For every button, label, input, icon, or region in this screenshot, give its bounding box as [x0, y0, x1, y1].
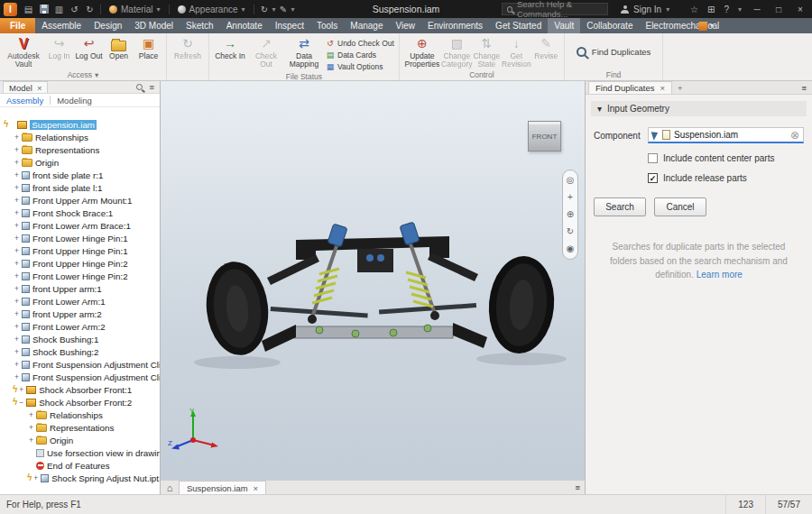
tree-item[interactable]: + front Upper arm:1	[0, 282, 160, 295]
tree-item[interactable]: + Front Lower Arm:2	[0, 320, 160, 333]
tree-expander[interactable]: +	[13, 221, 21, 230]
tree-item[interactable]: + Representations	[0, 143, 160, 156]
tree-item[interactable]: + Front Shock Brace:1	[0, 207, 160, 219]
panel-menu-icon[interactable]: ≡	[801, 83, 809, 93]
component-field[interactable]: Suspension.iam ⊗	[648, 127, 804, 143]
tree-expander[interactable]: +	[13, 158, 21, 167]
tree-expander[interactable]: +	[17, 385, 25, 394]
document-tab-close-icon[interactable]: ×	[254, 483, 259, 493]
tree-expander[interactable]: +	[13, 297, 21, 306]
tree-item[interactable]: + Shock Bushing:2	[0, 345, 160, 358]
search-button[interactable]: Search	[594, 197, 646, 216]
ribbon-tab[interactable]: 3D Model	[128, 18, 180, 33]
undo-icon[interactable]: ↺	[67, 2, 82, 16]
material-dropdown[interactable]: Material ▾	[104, 3, 166, 16]
tree-expander[interactable]: +	[27, 436, 35, 445]
tree-expander[interactable]: +	[13, 234, 21, 243]
tree-item[interactable]: ϟ + Shock Absorber Front:1	[0, 383, 160, 396]
include-content-center-checkbox[interactable]	[648, 153, 658, 163]
check-in-button[interactable]: → Check In	[212, 34, 248, 72]
tree-item[interactable]: + Front Upper Hinge Pin:1	[0, 244, 160, 257]
tree-expander[interactable]: +	[13, 259, 21, 268]
tree-item[interactable]: ϟ Suspension.iam	[0, 118, 160, 131]
app-store-icon[interactable]: ⊞	[707, 5, 715, 14]
ribbon-tab[interactable]: Manage	[344, 18, 389, 33]
sign-in-button[interactable]: Sign In ▾	[621, 0, 669, 18]
inventor-app-icon[interactable]: I	[4, 3, 17, 16]
find-duplicates-tab-close-icon[interactable]: ×	[660, 83, 665, 93]
tree-expander[interactable]: +	[13, 335, 21, 344]
navigation-wheel-icon[interactable]: ◎	[567, 176, 575, 185]
home-icon[interactable]: ⌂	[161, 482, 179, 493]
tree-item[interactable]: ϟ − Shock Absorber Front:2	[0, 396, 160, 408]
ribbon-tab[interactable]: File	[0, 18, 35, 33]
tree-item[interactable]: Use forsection view in drawing	[0, 446, 160, 459]
cancel-button[interactable]: Cancel	[654, 197, 706, 216]
view-cube[interactable]: FRONT	[528, 121, 561, 151]
tree-item[interactable]: + Relationships	[0, 131, 160, 143]
ribbon-tab[interactable]: Environments	[421, 18, 489, 33]
appearance-dropdown[interactable]: Appearance ▾	[172, 3, 251, 16]
document-bar-menu-icon[interactable]: ≡	[575, 482, 580, 492]
tree-expander[interactable]: +	[13, 322, 21, 331]
ribbon-tab[interactable]: Assemble	[35, 18, 88, 33]
redo-icon[interactable]: ↻	[82, 2, 97, 16]
tree-item[interactable]: + Front Suspension Adjustment Clip:2	[0, 371, 160, 383]
tree-item[interactable]: + Front Upper Hinge Pin:2	[0, 257, 160, 270]
include-release-row[interactable]: ✓ Include release parts	[648, 173, 804, 183]
tree-item[interactable]: + Front Suspension Adjustment Clip:1	[0, 358, 160, 371]
tree-item[interactable]: + Front Lower Arm Brace:1	[0, 219, 160, 232]
save-icon[interactable]	[36, 2, 51, 16]
mode-assembly[interactable]: Assembly	[6, 96, 43, 106]
tree-expander[interactable]: −	[17, 398, 25, 407]
log-out-button[interactable]: ↩ Log Out	[74, 34, 104, 69]
tree-expander[interactable]: +	[13, 372, 21, 381]
tree-expander[interactable]: +	[13, 145, 21, 154]
tree-expander[interactable]: +	[13, 360, 21, 369]
mode-modeling[interactable]: Modeling	[57, 96, 92, 106]
vault-options-button[interactable]: ▦ Vault Options	[324, 61, 396, 72]
tree-item[interactable]: + front side plate r:1	[0, 169, 160, 181]
tree-item[interactable]: + Front Lower Hinge Pin:2	[0, 270, 160, 282]
ribbon-tab[interactable]: Tools	[310, 18, 344, 33]
browser-menu-icon[interactable]: ≡	[149, 82, 154, 92]
close-button[interactable]: ×	[794, 5, 807, 14]
tree-expander[interactable]: +	[27, 423, 35, 432]
tree-item[interactable]: End of Features	[0, 459, 160, 472]
include-release-checkbox[interactable]: ✓	[648, 173, 658, 183]
clear-selection-icon[interactable]: ⊗	[790, 130, 799, 141]
orbit-tool-icon[interactable]: ↻	[257, 2, 272, 16]
favorites-icon[interactable]: ☆	[690, 5, 698, 14]
pan-icon[interactable]: +	[567, 193, 573, 202]
input-geometry-section-header[interactable]: ▾ Input Geometry	[591, 101, 807, 116]
tree-expander[interactable]: +	[13, 170, 21, 179]
minimize-button[interactable]: ─	[751, 5, 763, 14]
undo-check-out-button[interactable]: ↺ Undo Check Out	[324, 38, 396, 49]
tree-item[interactable]: + Representations	[0, 421, 160, 434]
ribbon-tab[interactable]: Get Started	[489, 18, 548, 33]
tree-item[interactable]: + Front Lower Hinge Pin:1	[0, 232, 160, 244]
access-group-label[interactable]: Access ▾	[0, 69, 166, 80]
learn-more-link[interactable]: Learn more	[697, 270, 743, 280]
file-menu-icon[interactable]: ▤	[21, 2, 36, 16]
tree-expander[interactable]: +	[13, 133, 21, 142]
help-search-input[interactable]: Search Help & Commands...	[502, 3, 608, 15]
tree-expander[interactable]: +	[13, 271, 21, 280]
data-cards-button[interactable]: ▤ Data Cards	[324, 50, 396, 60]
model-tab[interactable]: Model ×	[3, 81, 48, 93]
open-button[interactable]: Open	[104, 34, 134, 69]
include-content-center-row[interactable]: Include content center parts	[648, 153, 804, 163]
tree-item[interactable]: + front side plate l:1	[0, 181, 160, 194]
ribbon-tab[interactable]: Collaborate	[580, 18, 639, 33]
browser-search-icon[interactable]	[136, 84, 143, 90]
tree-item[interactable]: + Shock Bushing:1	[0, 333, 160, 345]
zoom-icon[interactable]: ⊕	[567, 210, 574, 219]
print-icon[interactable]: ▥	[51, 2, 67, 16]
look-at-icon[interactable]: ◉	[567, 244, 575, 253]
find-duplicates-tab[interactable]: Find Duplicates ×	[588, 81, 672, 94]
tree-item[interactable]: + front Upper arm:2	[0, 307, 160, 320]
measure-tool-icon[interactable]: ✎	[276, 2, 291, 16]
ribbon-tab[interactable]: Vault	[548, 18, 580, 33]
tree-expander[interactable]: +	[13, 347, 21, 356]
tree-expander[interactable]: +	[13, 196, 21, 205]
